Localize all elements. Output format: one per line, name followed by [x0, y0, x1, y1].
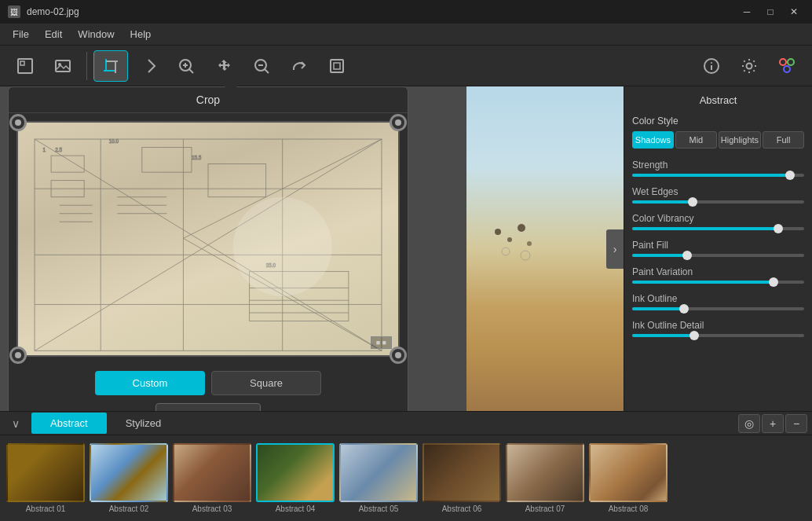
thumb-label-6: Abstract 07	[525, 504, 565, 513]
thumbnail-item-4[interactable]: Abstract 05	[339, 443, 418, 513]
menu-help[interactable]: Help	[123, 25, 159, 43]
panel-title: Abstract	[632, 94, 804, 106]
close-button[interactable]: ✕	[784, 4, 804, 20]
chevron-right-icon: ›	[613, 243, 617, 255]
crop-tab-custom[interactable]: Custom	[95, 371, 205, 395]
svg-text:15.5: 15.5	[192, 155, 202, 160]
bottom-effects-button[interactable]: ◎	[738, 414, 760, 433]
tool-move[interactable]	[207, 50, 241, 82]
svg-rect-15	[331, 60, 343, 72]
crop-handle-tr[interactable]	[390, 114, 407, 131]
svg-rect-38	[208, 164, 266, 197]
toolbar-divider	[86, 52, 87, 80]
svg-point-23	[784, 66, 790, 72]
tool-effects[interactable]	[770, 50, 804, 82]
bottom-right-buttons: ◎ + −	[733, 414, 812, 433]
tool-fit[interactable]	[320, 50, 354, 82]
svg-point-21	[780, 59, 786, 65]
crop-popup-title: Crop	[9, 87, 408, 113]
svg-text:2.5: 2.5	[55, 147, 62, 152]
right-arrow-button[interactable]: ›	[606, 229, 624, 269]
crop-tab-square[interactable]: Square	[211, 371, 321, 395]
menubar: File Edit Window Help	[0, 24, 812, 46]
menu-edit[interactable]: Edit	[37, 25, 70, 43]
crop-handle-bl[interactable]	[9, 347, 27, 364]
svg-point-19	[711, 62, 712, 64]
svg-point-55	[495, 229, 501, 235]
slider-fill-6	[632, 334, 694, 337]
slider-thumb-3[interactable]	[682, 251, 692, 260]
slider-thumb-2[interactable]	[774, 224, 783, 233]
cs-tab-mid[interactable]: Mid	[675, 131, 717, 149]
slider-fill-4	[632, 281, 774, 284]
slider-thumb-6[interactable]	[689, 331, 699, 340]
thumbnail-item-2[interactable]: Abstract 03	[173, 443, 251, 513]
tool-zoom-in[interactable]	[169, 50, 203, 82]
maximize-button[interactable]: □	[760, 4, 781, 20]
thumbnail-item-7[interactable]: Abstract 08	[589, 443, 668, 513]
bottom-remove-button[interactable]: −	[785, 414, 807, 433]
slider-label-2: Color Vibrancy	[632, 213, 804, 224]
svg-rect-2	[56, 61, 70, 72]
slider-track-0[interactable]	[632, 174, 804, 177]
menu-file[interactable]: File	[5, 25, 37, 43]
tool-settings[interactable]	[732, 50, 766, 82]
redo-icon	[291, 57, 308, 75]
thumbnail-item-1[interactable]: Abstract 02	[90, 443, 168, 513]
tool-info[interactable]	[694, 50, 729, 82]
thumbnail-item-3[interactable]: Abstract 04	[256, 443, 335, 513]
minimize-button[interactable]: ─	[737, 4, 757, 20]
slider-track-4[interactable]	[632, 281, 804, 284]
thumb-image-2	[173, 443, 251, 502]
slider-track-3[interactable]	[632, 254, 804, 257]
window-controls: ─ □ ✕	[737, 4, 804, 20]
cs-tab-highlights[interactable]: Highlights	[719, 131, 761, 149]
crop-apply-row: Apply	[9, 398, 408, 411]
crop-image-area[interactable]: 1 2.5 10.0 15.5 35.0 ■ ■	[16, 121, 400, 357]
effects-icon	[778, 57, 796, 75]
slider-thumb-0[interactable]	[785, 171, 795, 180]
canvas-icon	[16, 57, 34, 75]
slider-group-3: Paint Fill	[632, 240, 804, 257]
crop-handle-br[interactable]	[390, 347, 407, 364]
thumbnail-item-5[interactable]: Abstract 06	[422, 443, 501, 513]
toolbar	[0, 46, 812, 86]
crop-apply-button[interactable]: Apply	[155, 403, 262, 411]
cs-tab-shadows[interactable]: Shadows	[632, 131, 674, 149]
thumbnail-item-6[interactable]: Abstract 07	[506, 443, 584, 513]
tab-stylized[interactable]: Stylized	[107, 413, 181, 434]
slider-track-1[interactable]	[632, 200, 804, 204]
slider-thumb-1[interactable]	[688, 197, 697, 207]
slider-group-1: Wet Edges	[632, 186, 804, 204]
thumbnail-item-0[interactable]: Abstract 01	[6, 443, 85, 513]
slider-thumb-5[interactable]	[679, 304, 689, 314]
crop-tabs-row: Custom Square	[9, 365, 408, 398]
slider-track-5[interactable]	[632, 307, 804, 310]
tool-crop[interactable]	[93, 50, 128, 82]
swirl-icon: ◎	[744, 417, 754, 430]
sliders-container: Strength Wet Edges Color Vibrancy Paint …	[632, 160, 804, 337]
sketch-overlay: 1 2.5 10.0 15.5 35.0	[18, 123, 398, 367]
svg-point-22	[788, 59, 794, 65]
crop-handle-tl[interactable]	[9, 114, 27, 131]
tool-zoom-out[interactable]	[244, 50, 279, 82]
chevron-down-icon: ∨	[12, 417, 20, 430]
cs-tab-full[interactable]: Full	[763, 131, 804, 149]
tool-redo[interactable]	[282, 50, 316, 82]
fit-icon	[328, 57, 346, 75]
slider-track-2[interactable]	[632, 227, 804, 230]
zoom-out-icon	[253, 57, 270, 75]
menu-window[interactable]: Window	[70, 25, 122, 43]
crop-popup: Crop	[8, 86, 408, 411]
bottom-chevron-button[interactable]: ∨	[0, 412, 31, 435]
tool-transform[interactable]	[131, 50, 166, 82]
slider-thumb-4[interactable]	[769, 277, 778, 287]
thumb-label-3: Abstract 04	[276, 504, 316, 513]
slider-track-6[interactable]	[632, 334, 804, 337]
thumb-image-0	[6, 443, 85, 502]
tool-image[interactable]	[46, 50, 80, 82]
tool-canvas[interactable]	[8, 50, 42, 82]
tab-abstract[interactable]: Abstract	[31, 413, 107, 434]
bottom-add-button[interactable]: +	[762, 414, 784, 433]
svg-point-58	[527, 241, 532, 246]
